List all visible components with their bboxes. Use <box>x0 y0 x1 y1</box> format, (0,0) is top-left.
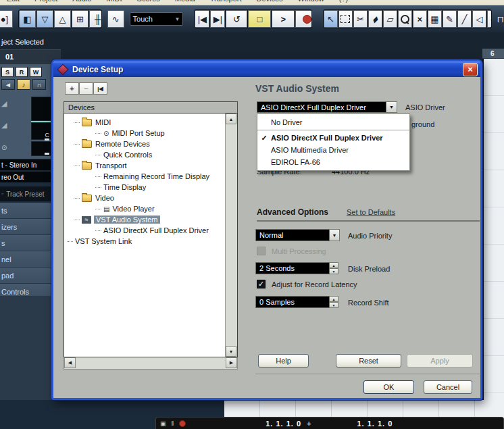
automation-mode-dropdown[interactable]: Touch ▼ <box>130 12 184 26</box>
line-tool[interactable]: ╱ <box>457 10 472 28</box>
show-info-line-button[interactable]: ▽ <box>36 10 53 28</box>
plus-icon[interactable]: + <box>307 420 311 428</box>
menu-item-edirol-fa66[interactable]: EDIROL FA-66 <box>257 156 409 168</box>
volume-display[interactable] <box>31 97 51 121</box>
pan-display[interactable]: C <box>31 122 51 140</box>
spin-down-icon[interactable]: ▼ <box>330 302 338 308</box>
timeline-ruler[interactable]: 6 <box>482 49 504 59</box>
close-button[interactable]: × <box>463 63 478 76</box>
ok-button[interactable]: OK <box>363 380 414 394</box>
delay-display[interactable] <box>31 141 51 156</box>
menu-item[interactable]: Transport <box>210 0 242 3</box>
object-select-tool[interactable]: ↖ <box>324 10 338 28</box>
tree-item-vst-system-link[interactable]: VST System Link <box>64 236 226 247</box>
menu-item[interactable]: MIDI <box>106 0 122 3</box>
goto-next-button[interactable]: ▶| <box>210 10 225 28</box>
menu-item[interactable]: Project <box>34 0 57 3</box>
tree-item-video-player[interactable]: ▤Video Player <box>64 203 226 214</box>
menu-item[interactable]: Devices <box>256 0 282 3</box>
tree-vertical-scrollbar[interactable]: ▲ ▼ <box>225 113 237 357</box>
tree-item-asio-directx-driver[interactable]: ASIO DirectX Full Duplex Driver <box>64 225 226 236</box>
menu-item-asio-multimedia[interactable]: ASIO Multimedia Driver <box>257 144 409 156</box>
menu-item-asio-directx[interactable]: ✓ ASIO DirectX Full Duplex Driver <box>257 132 409 144</box>
mute-tool[interactable]: × <box>413 10 427 28</box>
menu-item[interactable]: (?) <box>339 0 348 3</box>
menu-item[interactable]: Scores <box>137 0 160 3</box>
scroll-right-button[interactable]: ▶ <box>226 357 237 368</box>
disk-preload-stepper[interactable]: 2 Seconds ▲ ▼ <box>255 262 338 274</box>
tree-item-remaining-record-time[interactable]: Remaining Record Time Display <box>64 171 226 182</box>
spin-down-icon[interactable]: ▼ <box>330 268 338 274</box>
record-shift-stepper[interactable]: 0 Samples ▲ ▼ <box>255 296 338 308</box>
tree-item-time-display[interactable]: Time Display <box>64 182 226 193</box>
help-button[interactable]: Help <box>258 354 309 368</box>
show-inspector-button[interactable]: ◧ <box>19 10 36 28</box>
audio-priority-dropdown[interactable]: Normal ▼ <box>255 229 340 241</box>
chevron-down-icon[interactable]: ▼ <box>330 229 340 241</box>
inspector-tab-inserts[interactable]: ts <box>0 203 53 219</box>
scroll-up-button[interactable]: ▲ <box>226 113 236 124</box>
cancel-button[interactable]: Cancel <box>424 380 472 394</box>
inspector-tab-sends[interactable]: s <box>0 235 53 251</box>
write-automation-button[interactable]: W <box>30 67 42 77</box>
tree-item-quick-controls[interactable]: Quick Controls <box>64 149 226 160</box>
output-routing-row[interactable]: reo Out <box>0 171 51 182</box>
range-select-tool[interactable] <box>338 10 353 28</box>
solo-button[interactable]: S <box>1 67 14 77</box>
tree-item-midi[interactable]: MIDI <box>64 117 226 128</box>
pencil-tool[interactable]: ✎ <box>443 10 457 28</box>
apply-button[interactable]: Apply <box>407 354 473 368</box>
tree-horizontal-scrollbar[interactable]: ◀ ▶ <box>64 357 238 370</box>
inspector-tab-notepad[interactable]: pad <box>0 268 53 284</box>
project-activate-button[interactable]: ●] <box>0 10 13 28</box>
audition-tool[interactable]: ◁ <box>472 10 486 28</box>
tree-item-remote-devices[interactable]: Remote Devices <box>64 138 226 149</box>
input-routing-row[interactable]: t - Stereo In <box>0 159 51 170</box>
show-mixer-button[interactable]: ╫ <box>89 10 102 28</box>
read-automation-button[interactable]: R <box>16 67 28 77</box>
add-device-button[interactable]: + <box>65 82 79 95</box>
spin-up-icon[interactable]: ▲ <box>330 296 338 302</box>
scroll-down-button[interactable]: ▼ <box>226 346 236 357</box>
autoscroll-icon[interactable]: ⊓ <box>497 14 504 24</box>
asio-driver-dropdown[interactable]: ASIO DirectX Full Duplex Driver ▼ <box>257 101 397 113</box>
remove-device-button[interactable]: − <box>79 82 93 95</box>
menu-item[interactable]: Window <box>298 0 324 3</box>
chevron-down-icon[interactable]: ▼ <box>386 101 397 113</box>
reset-button[interactable]: Reset <box>336 354 401 368</box>
tree-item-video[interactable]: Video <box>64 193 226 203</box>
record-latency-checkbox[interactable]: ✓ <box>257 280 266 288</box>
erase-tool[interactable]: ▱ <box>383 10 397 28</box>
automation-panel-button[interactable]: ∿ <box>107 10 124 28</box>
menu-item[interactable]: Edit <box>7 0 20 3</box>
menu-item-no-driver[interactable]: No Driver <box>257 116 409 128</box>
transport-panel[interactable]: ▣ ‖ 1. 1. 1. 0 + 1. 1. 1. 0 <box>155 417 504 429</box>
spin-up-icon[interactable]: ▲ <box>330 262 338 268</box>
tree-item-transport[interactable]: Transport <box>64 160 226 171</box>
record-button[interactable] <box>295 10 312 28</box>
split-tool[interactable]: ✂ <box>353 10 368 28</box>
multi-processing-checkbox[interactable] <box>257 247 266 255</box>
draw-part-tool[interactable]: ▦ <box>428 10 442 28</box>
lock-button[interactable]: ∩ <box>32 79 46 90</box>
monitor-button[interactable]: ◄ <box>1 79 15 90</box>
inspector-tab-equalizers[interactable]: izers <box>0 219 53 235</box>
tree-item-midi-port-setup[interactable]: ⊙MIDI Port Setup <box>64 128 226 138</box>
show-overview-button[interactable]: △ <box>54 10 71 28</box>
play-button[interactable]: > <box>272 10 295 28</box>
cycle-button[interactable]: ↺ <box>226 10 247 28</box>
inspector-tab-channel[interactable]: nel <box>0 251 53 268</box>
tree-item-vst-audio-system[interactable]: ≈VST Audio System <box>64 214 226 225</box>
dialog-title-bar[interactable]: Device Setup × <box>53 61 480 77</box>
glue-tool[interactable]: ▰ <box>368 10 382 28</box>
show-parts-button[interactable]: ⊞ <box>72 10 89 28</box>
reset-all-button[interactable]: |◀ <box>93 82 107 95</box>
musical-mode-button[interactable]: ♪ <box>17 79 30 90</box>
goto-previous-button[interactable]: |◀ <box>195 10 209 28</box>
menu-item[interactable]: Media <box>175 0 195 3</box>
menu-item[interactable]: Audio <box>72 0 91 3</box>
stop-button[interactable]: □ <box>248 10 271 28</box>
color-tool[interactable]: ◈ <box>487 10 492 28</box>
set-to-defaults-link[interactable]: Set to Defaults <box>347 208 395 216</box>
spinner-buttons[interactable]: ▲ ▼ <box>330 296 338 308</box>
